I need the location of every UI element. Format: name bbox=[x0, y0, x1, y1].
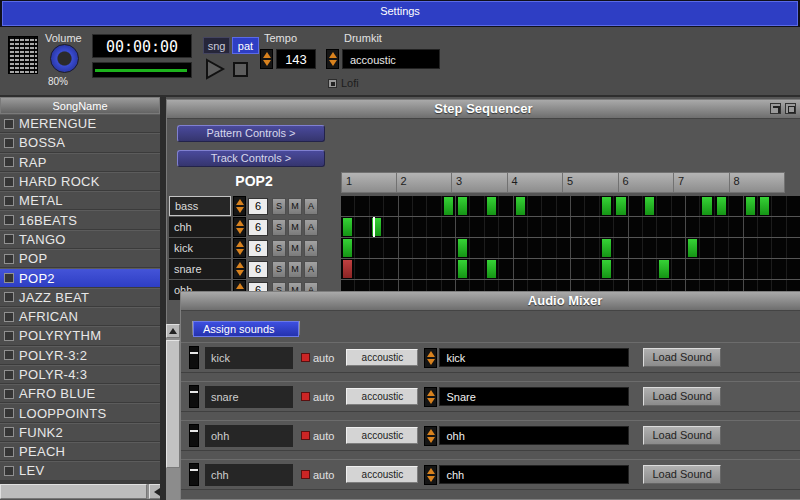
step-cell[interactable] bbox=[700, 217, 714, 237]
load-sound-button[interactable]: Load Sound bbox=[643, 465, 720, 484]
step-cell[interactable] bbox=[729, 238, 743, 258]
step-cell[interactable] bbox=[514, 259, 528, 279]
lofi-checkbox[interactable] bbox=[328, 79, 337, 88]
step-cell[interactable] bbox=[629, 238, 643, 258]
step-cell[interactable] bbox=[744, 196, 758, 216]
mixer-scrollbar[interactable] bbox=[166, 324, 180, 500]
sidebar-item-polyr-4-3[interactable]: POLYR-4:3 bbox=[0, 365, 160, 384]
step-cell[interactable] bbox=[772, 238, 786, 258]
step-cell[interactable] bbox=[413, 238, 427, 258]
track-arm-button[interactable]: A bbox=[304, 240, 318, 257]
drumkit-select[interactable]: accoustic bbox=[342, 49, 440, 69]
pattern-mode-button[interactable]: pat bbox=[232, 37, 259, 54]
sidebar-item-lev[interactable]: LEV bbox=[0, 461, 160, 480]
step-cell[interactable] bbox=[485, 259, 499, 279]
step-cell[interactable] bbox=[643, 196, 657, 216]
step-cell[interactable] bbox=[629, 217, 643, 237]
load-sound-button[interactable]: Load Sound bbox=[643, 387, 720, 406]
step-cell[interactable] bbox=[341, 259, 355, 279]
step-cell[interactable] bbox=[729, 259, 743, 279]
drumkit-stepper[interactable] bbox=[326, 49, 339, 69]
kit-select[interactable]: accoustic bbox=[346, 427, 418, 444]
sidebar-item-polyr-3-2[interactable]: POLYR-3:2 bbox=[0, 346, 160, 365]
play-button[interactable] bbox=[202, 57, 226, 81]
step-cell[interactable] bbox=[758, 238, 772, 258]
track-controls-button[interactable]: Track Controls > bbox=[177, 150, 325, 167]
spinner-down-icon[interactable] bbox=[427, 359, 435, 365]
track-arm-button[interactable]: A bbox=[304, 261, 318, 278]
volume-fader[interactable] bbox=[189, 463, 199, 486]
step-cell[interactable] bbox=[442, 217, 456, 237]
step-cell[interactable] bbox=[485, 238, 499, 258]
sequencer-titlebar[interactable]: Step Sequencer bbox=[167, 100, 800, 119]
step-cell[interactable] bbox=[686, 196, 700, 216]
spinner-up-icon[interactable] bbox=[236, 220, 244, 226]
step-cell[interactable] bbox=[686, 259, 700, 279]
step-cell[interactable] bbox=[399, 217, 413, 237]
spinner-down-icon[interactable] bbox=[263, 60, 271, 66]
step-cell[interactable] bbox=[427, 196, 441, 216]
sidebar-item-jazz-beat[interactable]: JAZZ BEAT bbox=[0, 288, 160, 307]
step-cell[interactable] bbox=[557, 238, 571, 258]
step-cell[interactable] bbox=[399, 196, 413, 216]
step-cell[interactable] bbox=[542, 259, 556, 279]
step-cell[interactable] bbox=[585, 217, 599, 237]
step-cell[interactable] bbox=[600, 196, 614, 216]
step-cell[interactable] bbox=[787, 238, 800, 258]
volume-fader[interactable] bbox=[189, 424, 199, 447]
step-cell[interactable] bbox=[571, 196, 585, 216]
step-cell[interactable] bbox=[427, 259, 441, 279]
step-cell[interactable] bbox=[600, 259, 614, 279]
step-cell[interactable] bbox=[456, 217, 470, 237]
spinner-down-icon[interactable] bbox=[427, 476, 435, 482]
sound-stepper[interactable] bbox=[424, 465, 437, 485]
step-cell[interactable] bbox=[470, 196, 484, 216]
sound-name-field[interactable]: chh bbox=[439, 465, 629, 484]
step-cell[interactable] bbox=[485, 217, 499, 237]
step-cell[interactable] bbox=[729, 217, 743, 237]
step-cell[interactable] bbox=[744, 217, 758, 237]
step-cell[interactable] bbox=[384, 238, 398, 258]
step-cell[interactable] bbox=[341, 238, 355, 258]
track-solo-button[interactable]: S bbox=[272, 219, 286, 236]
step-cell[interactable] bbox=[413, 259, 427, 279]
mixer-titlebar[interactable]: Audio Mixer bbox=[181, 292, 800, 311]
step-cell[interactable] bbox=[600, 217, 614, 237]
step-cell[interactable] bbox=[557, 217, 571, 237]
scroll-up-button[interactable] bbox=[166, 324, 180, 338]
step-cell[interactable] bbox=[470, 238, 484, 258]
vscrollbar-thumb[interactable] bbox=[166, 340, 180, 468]
step-cell[interactable] bbox=[427, 238, 441, 258]
step-cell[interactable] bbox=[729, 196, 743, 216]
volume-fader[interactable] bbox=[189, 346, 199, 369]
spinner-down-icon[interactable] bbox=[236, 249, 244, 255]
track-arm-button[interactable]: A bbox=[304, 198, 318, 215]
step-cell[interactable] bbox=[700, 196, 714, 216]
step-cell[interactable] bbox=[542, 196, 556, 216]
step-cell[interactable] bbox=[787, 259, 800, 279]
step-cell[interactable] bbox=[787, 196, 800, 216]
step-cell[interactable] bbox=[485, 196, 499, 216]
spinner-down-icon[interactable] bbox=[427, 398, 435, 404]
sidebar-item-bossa[interactable]: BOSSA bbox=[0, 133, 160, 152]
pattern-controls-button[interactable]: Pattern Controls > bbox=[177, 125, 325, 142]
step-cell[interactable] bbox=[427, 217, 441, 237]
sidebar-item-merengue[interactable]: MERENGUE bbox=[0, 114, 160, 133]
step-cell[interactable] bbox=[470, 217, 484, 237]
kit-select[interactable]: accoustic bbox=[346, 388, 418, 405]
step-cell[interactable] bbox=[744, 259, 758, 279]
step-cell[interactable] bbox=[643, 238, 657, 258]
step-cell[interactable] bbox=[614, 196, 628, 216]
step-cell[interactable] bbox=[571, 217, 585, 237]
step-cell[interactable] bbox=[355, 238, 369, 258]
step-cell[interactable] bbox=[355, 196, 369, 216]
step-cell[interactable] bbox=[370, 238, 384, 258]
step-cell[interactable] bbox=[514, 196, 528, 216]
track-name[interactable]: kick bbox=[169, 238, 231, 258]
kit-select[interactable]: accoustic bbox=[346, 349, 418, 366]
step-cell[interactable] bbox=[657, 259, 671, 279]
step-cell[interactable] bbox=[370, 196, 384, 216]
step-cell[interactable] bbox=[442, 259, 456, 279]
track-name[interactable]: snare bbox=[169, 259, 231, 279]
sidebar-item-metal[interactable]: METAL bbox=[0, 191, 160, 210]
